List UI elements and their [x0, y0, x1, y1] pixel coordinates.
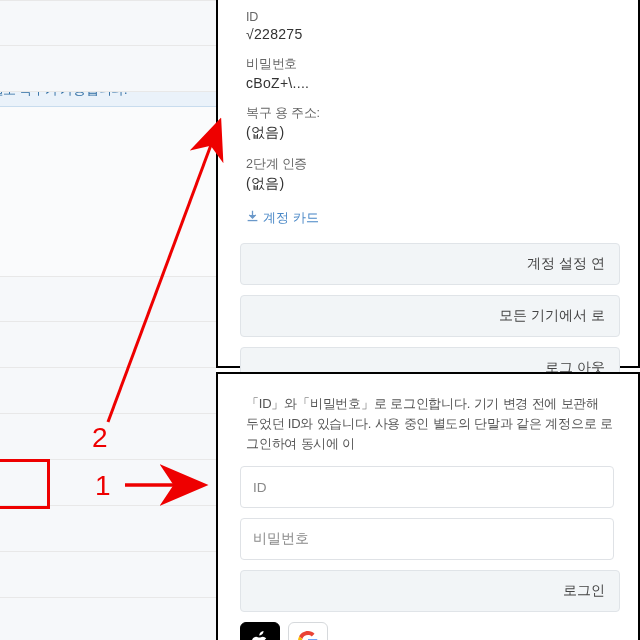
list-item[interactable] [0, 276, 216, 322]
right-column: ID √228275 비밀번호 cBoZ+\.... 복구 용 주소: (없음)… [216, 0, 640, 640]
login-password-input[interactable]: 비밀번호 [240, 518, 614, 560]
twofa-value: (없음) [246, 175, 614, 193]
google-icon [298, 631, 318, 640]
list-item[interactable] [0, 598, 216, 640]
left-list-top [0, 0, 216, 92]
id-value: √228275 [246, 26, 614, 42]
list-item[interactable] [0, 552, 216, 598]
placeholder: 비밀번호 [253, 530, 309, 548]
pw-label: 비밀번호 [246, 56, 614, 73]
id-label: ID [246, 10, 614, 24]
recovery-label: 복구 용 주소: [246, 105, 614, 122]
annotation-number-2: 2 [92, 422, 108, 454]
annotation-number-1: 1 [95, 470, 111, 502]
social-login-row [240, 622, 614, 640]
list-item[interactable] [0, 46, 216, 92]
list-item[interactable] [0, 368, 216, 414]
login-id-input[interactable]: ID [240, 466, 614, 508]
apple-login-button[interactable] [240, 622, 280, 640]
logout-all-devices-button[interactable]: 모든 기기에서 로 [240, 295, 620, 337]
recovery-value: (없음) [246, 124, 614, 142]
list-item[interactable] [0, 0, 216, 46]
field-id: ID √228275 [246, 10, 614, 42]
button-label: 모든 기기에서 로 [499, 307, 605, 325]
account-settings-button[interactable]: 계정 설정 연 [240, 243, 620, 285]
pw-value: cBoZ+\.... [246, 75, 614, 91]
field-twofa: 2단계 인증 (없음) [246, 156, 614, 193]
button-label: 계정 설정 연 [527, 255, 605, 273]
list-item[interactable] [0, 322, 216, 368]
login-button[interactable]: 로그인 [240, 570, 620, 612]
placeholder: ID [253, 480, 267, 495]
login-panel: 「ID」와「비밀번호」로 로그인합니다. 기기 변경 전에 보관해 두었던 ID… [216, 372, 640, 640]
login-description: 「ID」와「비밀번호」로 로그인합니다. 기기 변경 전에 보관해 두었던 ID… [246, 394, 614, 454]
list-item[interactable] [0, 414, 216, 460]
left-column: 바로 사용이 정지되어 버리는 경우: 「유효 기간이있는 할 수 없게 된 경… [0, 0, 216, 640]
list-item[interactable] [0, 506, 216, 552]
field-password: 비밀번호 cBoZ+\.... [246, 56, 614, 91]
download-icon [246, 210, 259, 226]
download-label: 계정 카드 [263, 209, 319, 227]
annotation-box [0, 459, 50, 509]
google-login-button[interactable] [288, 622, 328, 640]
button-label: 로그인 [563, 582, 605, 600]
apple-icon [251, 631, 269, 640]
download-account-card-link[interactable]: 계정 카드 [246, 209, 319, 227]
twofa-label: 2단계 인증 [246, 156, 614, 173]
field-recovery: 복구 용 주소: (없음) [246, 105, 614, 142]
left-list-lower: 기화) [0, 276, 216, 640]
account-panel: ID √228275 비밀번호 cBoZ+\.... 복구 용 주소: (없음)… [216, 0, 640, 368]
